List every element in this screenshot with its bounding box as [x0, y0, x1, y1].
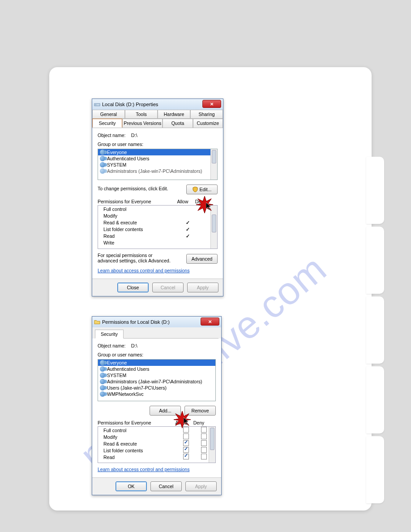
dialog-footer: Close Cancel Apply: [92, 279, 223, 296]
apply-button[interactable]: Apply: [185, 481, 217, 491]
window-title: Permissions for Local Disk (D:): [102, 319, 170, 325]
group-item[interactable]: Authenticated Users: [98, 366, 215, 372]
tab-hardware[interactable]: Hardware: [158, 110, 190, 118]
perm-allow-check-icon: ✓: [179, 220, 197, 225]
remove-button[interactable]: Remove: [184, 406, 216, 416]
perm-name: Read & execute: [101, 441, 177, 446]
ok-button[interactable]: OK: [116, 481, 147, 491]
tab-previous-versions[interactable]: Previous Versions: [122, 119, 163, 128]
group-item-everyone[interactable]: Everyone: [98, 360, 215, 366]
perm-allow[interactable]: [177, 427, 195, 433]
group-label: Administrators (Jake-win7-PC\Administrat…: [107, 379, 202, 384]
perm-allow-header: Allow: [174, 199, 192, 204]
side-tab: [366, 366, 384, 433]
tab-row-1: General Tools Hardware Sharing: [92, 110, 223, 119]
perm-allow[interactable]: [177, 454, 195, 460]
scrollbar-thumb[interactable]: [212, 150, 216, 163]
cancel-button[interactable]: Cancel: [150, 481, 182, 491]
perm-header: Permissions for Everyone: [98, 420, 172, 425]
group-item[interactable]: SYSTEM: [98, 162, 217, 168]
group-label: SYSTEM: [107, 162, 126, 167]
scrollbar-thumb[interactable]: [210, 428, 214, 450]
tab-security[interactable]: Security: [95, 330, 124, 339]
group-item[interactable]: Users (Jake-win7-PC\Users): [98, 385, 215, 391]
perm-row: List folder contents✓: [98, 226, 217, 232]
perm-header: Permissions for Everyone: [98, 199, 174, 204]
scrollbar[interactable]: [210, 149, 217, 180]
cancel-button[interactable]: Cancel: [152, 283, 184, 292]
perm-allow-check-icon: ✓: [179, 233, 197, 239]
scrollbar[interactable]: [209, 427, 215, 463]
groups-listbox[interactable]: Everyone Authenticated Users SYSTEM Admi…: [98, 149, 218, 180]
change-hint: To change permissions, click Edit.: [98, 186, 168, 191]
side-tab: [366, 436, 384, 503]
groups-listbox[interactable]: Everyone Authenticated Users SYSTEM Admi…: [98, 359, 216, 401]
group-label: Administrators (Jake-win7-PC\Administrat…: [107, 168, 202, 174]
edit-button[interactable]: Edit...: [186, 184, 218, 194]
scrollbar[interactable]: [210, 206, 217, 249]
perm-row: Modify: [98, 212, 217, 219]
perm-allow-check-icon: ✓: [179, 227, 197, 232]
learn-link[interactable]: Learn about access control and permissio…: [98, 467, 189, 472]
users-icon: [100, 156, 105, 161]
permissions-table: Full control Modify Read & execute✓ List…: [98, 205, 218, 249]
close-dialog-button[interactable]: Close: [117, 283, 149, 292]
titlebar: Permissions for Local Disk (D:) ✕: [92, 317, 221, 327]
shield-icon: [193, 187, 198, 192]
perm-name: Full control: [101, 428, 177, 433]
folder-icon: [94, 319, 100, 325]
object-name-label: Object name:: [98, 343, 125, 348]
group-item[interactable]: SYSTEM: [98, 372, 215, 378]
perm-row: Full control: [98, 427, 215, 433]
users-icon: [100, 391, 105, 397]
users-icon: [100, 150, 105, 155]
tab-customize[interactable]: Customize: [193, 119, 223, 128]
scrollbar-thumb[interactable]: [212, 215, 216, 232]
object-name-row: Object name: D:\: [98, 133, 218, 138]
apply-button[interactable]: Apply: [187, 283, 218, 292]
users-icon: [100, 360, 105, 365]
learn-link[interactable]: Learn about access control and permissio…: [98, 268, 189, 273]
tab-sharing[interactable]: Sharing: [190, 110, 223, 118]
perm-row: Read & execute✓: [98, 219, 217, 226]
window-title: Local Disk (D:) Properties: [102, 102, 158, 107]
group-label: Authenticated Users: [107, 366, 150, 372]
dialog-body: Object name: D:\ Group or user names: Ev…: [92, 128, 223, 279]
group-item[interactable]: Authenticated Users: [98, 155, 217, 162]
advanced-hint: For special permissions or advanced sett…: [98, 253, 174, 263]
users-icon: [100, 366, 105, 372]
group-label: WMPNetworkSvc: [107, 391, 144, 397]
group-item-everyone[interactable]: Everyone: [98, 149, 217, 155]
tab-security[interactable]: Security: [92, 119, 122, 128]
group-label: Everyone: [107, 150, 127, 155]
add-button[interactable]: Add...: [150, 406, 181, 416]
group-item[interactable]: Administrators (Jake-win7-PC\Administrat…: [98, 378, 215, 385]
perm-row: Write: [98, 239, 217, 246]
side-index-tabs: [366, 157, 384, 506]
perm-name: Write: [101, 240, 179, 245]
tab-tools[interactable]: Tools: [125, 110, 158, 118]
tab-row-2: Security Previous Versions Quota Customi…: [92, 119, 223, 128]
close-button[interactable]: ✕: [201, 317, 219, 326]
users-icon: [100, 162, 105, 167]
group-label: Users (Jake-win7-PC\Users): [107, 385, 167, 390]
group-label: SYSTEM: [107, 373, 126, 378]
groups-label: Group or user names:: [98, 142, 218, 147]
perm-name: Modify: [101, 434, 177, 440]
drive-icon: [94, 101, 100, 107]
advanced-button[interactable]: Advanced: [186, 254, 218, 264]
side-tab: [366, 227, 384, 294]
group-label: Everyone: [107, 360, 127, 365]
titlebar: Local Disk (D:) Properties ✕: [92, 99, 223, 110]
object-name-label: Object name:: [98, 133, 125, 138]
perm-name: List folder contents: [101, 448, 177, 453]
group-item[interactable]: Administrators (Jake-win7-PC\Administrat…: [98, 168, 217, 174]
group-item[interactable]: WMPNetworkSvc: [98, 391, 215, 397]
object-name-value: D:\: [131, 343, 137, 348]
perm-name: Full control: [101, 206, 179, 212]
perm-name: Modify: [101, 213, 179, 219]
tab-general[interactable]: General: [92, 110, 125, 118]
tab-quota[interactable]: Quota: [163, 119, 193, 128]
close-button[interactable]: ✕: [202, 100, 221, 108]
side-tab: [366, 157, 384, 224]
